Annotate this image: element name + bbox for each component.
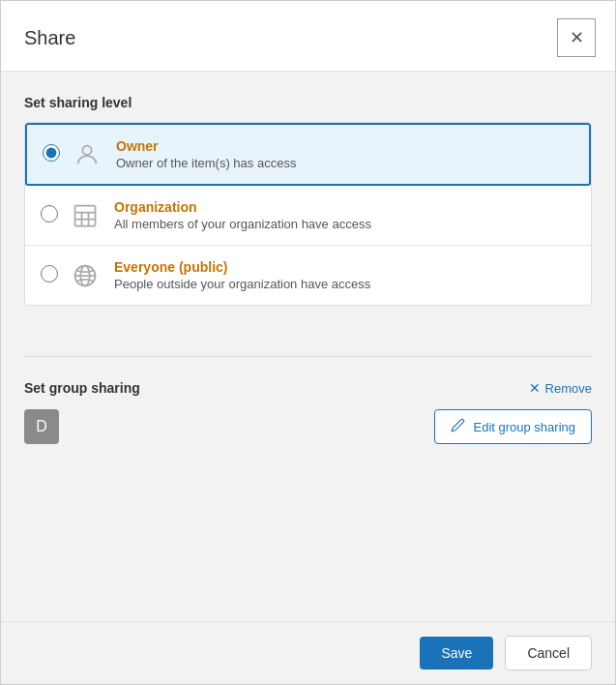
- everyone-title: Everyone (public): [114, 259, 370, 275]
- organization-desc: All members of your organization have ac…: [114, 217, 371, 231]
- dialog-header: Share ✕: [1, 1, 615, 72]
- owner-desc: Owner of the item(s) has access: [116, 156, 296, 170]
- everyone-icon: [70, 260, 101, 291]
- svg-rect-1: [75, 205, 96, 225]
- edit-group-icon: [451, 418, 465, 435]
- owner-icon: [72, 139, 103, 170]
- svg-point-0: [82, 145, 91, 154]
- organization-icon: [70, 200, 101, 231]
- save-button[interactable]: Save: [420, 637, 493, 670]
- sharing-option-owner[interactable]: Owner Owner of the item(s) has access: [25, 123, 591, 186]
- dialog-footer: Save Cancel: [1, 621, 615, 684]
- group-row: D Edit group sharing: [24, 409, 592, 444]
- group-section-header: Set group sharing ✕ Remove: [24, 380, 592, 396]
- sharing-level-label: Set sharing level: [24, 95, 592, 110]
- radio-org-wrap: [41, 205, 58, 226]
- edit-group-sharing-button[interactable]: Edit group sharing: [434, 409, 592, 444]
- edit-group-label: Edit group sharing: [473, 420, 575, 434]
- dialog-body: Set sharing level Owner Owner of the ite…: [1, 72, 615, 621]
- section-divider: [24, 356, 592, 357]
- owner-title: Owner: [116, 138, 296, 154]
- radio-everyone[interactable]: [41, 265, 58, 283]
- organization-text: Organization All members of your organiz…: [114, 199, 371, 231]
- group-avatar: D: [24, 409, 59, 444]
- remove-label: Remove: [545, 381, 592, 396]
- cancel-button[interactable]: Cancel: [505, 636, 592, 670]
- sharing-option-everyone[interactable]: Everyone (public) People outside your or…: [25, 246, 591, 305]
- remove-x-icon: ✕: [529, 380, 541, 396]
- close-icon: ✕: [570, 27, 584, 48]
- close-button[interactable]: ✕: [557, 18, 596, 57]
- everyone-desc: People outside your organization have ac…: [114, 277, 370, 291]
- group-sharing-label: Set group sharing: [24, 380, 140, 396]
- owner-text: Owner Owner of the item(s) has access: [116, 138, 296, 170]
- sharing-options: Owner Owner of the item(s) has access: [24, 122, 592, 306]
- group-sharing-section: Set group sharing ✕ Remove D Edit group …: [24, 380, 592, 444]
- everyone-text: Everyone (public) People outside your or…: [114, 259, 370, 291]
- remove-button[interactable]: ✕ Remove: [529, 380, 592, 396]
- dialog-title: Share: [24, 27, 75, 49]
- radio-owner-wrap: [43, 144, 60, 165]
- share-dialog: Share ✕ Set sharing level Own: [0, 0, 616, 685]
- sharing-option-organization[interactable]: Organization All members of your organiz…: [25, 186, 591, 246]
- organization-title: Organization: [114, 199, 371, 215]
- radio-everyone-wrap: [41, 265, 58, 286]
- radio-owner[interactable]: [43, 144, 60, 162]
- radio-organization[interactable]: [41, 205, 58, 223]
